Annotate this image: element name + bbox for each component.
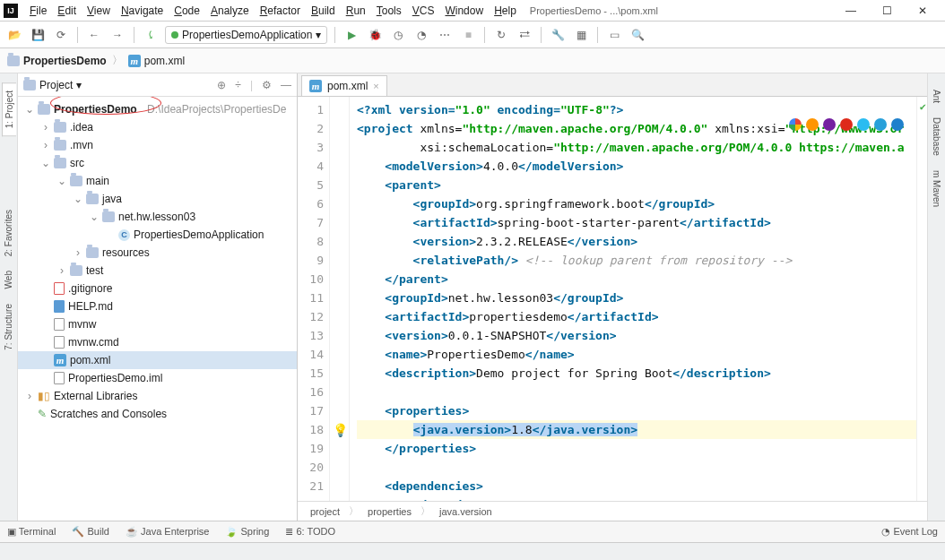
project-tree[interactable]: ⌄ PropertiesDemo D:\IdeaProjects\Propert… — [18, 97, 297, 521]
tool-tab-favorites[interactable]: 2: Favorites — [2, 202, 15, 263]
tree-item[interactable]: ⌄src — [18, 154, 297, 172]
editor-tab-label: pom.xml — [327, 80, 368, 92]
tree-item[interactable]: .gitignore — [18, 280, 297, 297]
structure-icon[interactable]: ▦ — [572, 26, 590, 44]
wrench-icon[interactable]: 🔧 — [549, 26, 567, 44]
folder-icon — [54, 158, 66, 168]
tree-item[interactable]: ›resources — [18, 244, 297, 262]
menu-code[interactable]: Code — [169, 3, 205, 19]
bc-javaversion[interactable]: java.version — [436, 504, 496, 519]
event-log-button[interactable]: ◔ Event Log — [881, 526, 938, 538]
tool-tab-database[interactable]: Database — [930, 110, 943, 163]
bottom-tab-spring[interactable]: 🍃 Spring — [225, 526, 269, 538]
tool-tab-structure[interactable]: 7: Structure — [2, 297, 15, 358]
yandex-icon[interactable] — [857, 118, 870, 131]
tree-root[interactable]: ⌄ PropertiesDemo D:\IdeaProjects\Propert… — [18, 100, 297, 118]
bc-properties[interactable]: properties — [364, 504, 415, 519]
debug-icon[interactable]: 🐞 — [366, 26, 384, 44]
tree-item[interactable]: CPropertiesDemoApplication — [18, 226, 297, 244]
chrome-icon[interactable] — [789, 118, 802, 131]
navigation-bar: PropertiesDemo 〉 m pom.xml — [0, 48, 945, 73]
stop-icon[interactable]: ■ — [459, 26, 477, 44]
tool-tab-project[interactable]: 1: Project — [2, 82, 16, 136]
forward-icon[interactable]: → — [108, 26, 126, 44]
profile-icon[interactable]: ◔ — [412, 26, 430, 44]
bottom-tab-build[interactable]: 🔨 Build — [72, 526, 109, 538]
maximize-button[interactable]: ☐ — [877, 3, 897, 19]
menu-help[interactable]: Help — [489, 3, 522, 19]
update-icon[interactable]: ↻ — [492, 26, 510, 44]
menu-tools[interactable]: Tools — [371, 3, 407, 19]
edge-icon[interactable] — [891, 118, 904, 131]
menu-navigate[interactable]: Navigate — [116, 3, 169, 19]
firefox-icon[interactable] — [806, 118, 819, 131]
open-icon[interactable]: 📂 — [5, 26, 23, 44]
maven-icon: m — [309, 80, 322, 92]
bottom-tab-todo[interactable]: ≣ 6: TODO — [285, 526, 335, 538]
project-view-title: Project — [39, 79, 73, 91]
tree-item[interactable]: ›test — [18, 262, 297, 280]
menu-refactor[interactable]: Refactor — [255, 3, 306, 19]
menu-analyze[interactable]: Analyze — [205, 3, 255, 19]
code-editor[interactable]: 12345678910111213141516171819202122 💡 <?… — [298, 97, 927, 501]
bc-project[interactable]: project — [307, 504, 343, 519]
project-view-selector[interactable]: Project ▾ — [23, 79, 212, 91]
tree-item[interactable]: mvnw — [18, 315, 297, 333]
minimize-button[interactable]: — — [841, 3, 861, 19]
code-content[interactable]: <?xml version="1.0" encoding="UTF-8"?> <… — [350, 97, 916, 501]
tree-scratches[interactable]: ✎ Scratches and Consoles — [18, 405, 297, 423]
run-config-dot-icon — [171, 31, 178, 39]
tree-item[interactable]: PropertiesDemo.iml — [18, 369, 297, 387]
editor-tab-pom[interactable]: m pom.xml × — [301, 75, 387, 96]
bottom-tab-javaee[interactable]: ☕ Java Enterprise — [126, 526, 210, 538]
hammer-icon[interactable]: ⤹ — [142, 26, 160, 44]
close-button[interactable]: ✕ — [913, 3, 932, 19]
tree-item[interactable]: ⌄java — [18, 190, 297, 208]
coverage-icon[interactable]: ◷ — [389, 26, 407, 44]
sync-icon[interactable]: ⟳ — [52, 26, 70, 44]
emulator-icon[interactable]: ▭ — [605, 26, 623, 44]
collapse-icon[interactable]: ÷ — [235, 79, 241, 91]
ie-icon[interactable] — [874, 118, 887, 131]
close-icon[interactable]: × — [373, 81, 378, 91]
commit-icon[interactable]: ⮂ — [516, 26, 533, 44]
gear-icon[interactable]: ⚙ — [262, 79, 272, 91]
back-icon[interactable]: ← — [85, 26, 103, 44]
hint-gutter: 💡 — [330, 97, 350, 501]
nav-crumb-file[interactable]: m pom.xml — [128, 55, 185, 67]
attach-icon[interactable]: ⋯ — [436, 26, 454, 44]
menu-edit[interactable]: Edit — [52, 3, 82, 19]
run-icon[interactable]: ▶ — [342, 26, 360, 44]
bottom-tab-terminal[interactable]: ▣ Terminal — [7, 526, 56, 538]
locate-icon[interactable]: ⊕ — [217, 79, 226, 91]
right-tool-strip: Ant Database m Maven — [927, 73, 945, 521]
search-icon[interactable]: 🔍 — [629, 26, 646, 44]
tree-item[interactable]: ›.mvn — [18, 136, 297, 154]
nav-crumb-project[interactable]: PropertiesDemo — [7, 55, 107, 67]
gitignore-icon — [54, 282, 65, 295]
tree-item[interactable]: ›.idea — [18, 118, 297, 136]
tree-item[interactable]: ⌄main — [18, 172, 297, 190]
tool-tab-maven[interactable]: m Maven — [930, 163, 943, 214]
menu-build[interactable]: Build — [306, 3, 341, 19]
tree-external-libraries[interactable]: › ▮▯ External Libraries — [18, 387, 297, 405]
menu-window[interactable]: Window — [439, 3, 489, 19]
safari-icon[interactable] — [823, 118, 836, 131]
menu-view[interactable]: View — [82, 3, 116, 19]
menu-vcs[interactable]: VCS — [407, 3, 440, 19]
menu-file[interactable]: File — [24, 3, 52, 19]
tool-tab-web[interactable]: Web — [2, 263, 15, 296]
save-icon[interactable]: 💾 — [29, 26, 47, 44]
run-config-selector[interactable]: PropertiesDemoApplication ▾ — [165, 26, 327, 44]
tree-item[interactable]: HELP.md — [18, 297, 297, 315]
maven-icon: m — [128, 55, 141, 67]
tree-item[interactable]: mvnw.cmd — [18, 333, 297, 351]
hide-icon[interactable]: — — [281, 79, 291, 91]
tree-item[interactable]: ⌄net.hw.lesson03 — [18, 208, 297, 226]
lightbulb-icon[interactable]: 💡 — [333, 423, 348, 437]
tool-tab-ant[interactable]: Ant — [930, 82, 943, 110]
menu-run[interactable]: Run — [341, 3, 371, 19]
tree-item[interactable]: mpom.xml — [18, 351, 297, 369]
folder-icon — [38, 104, 50, 115]
opera-icon[interactable] — [840, 118, 853, 131]
